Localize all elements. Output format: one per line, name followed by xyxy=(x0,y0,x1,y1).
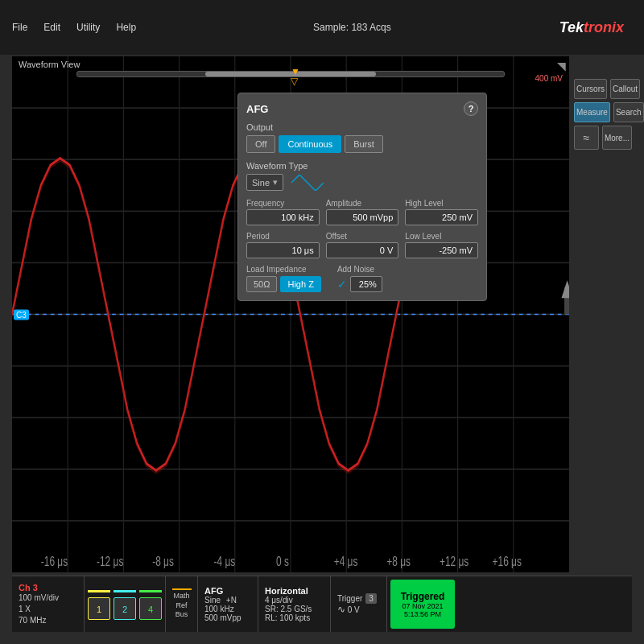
triggered-badge: Triggered 07 Nov 2021 5:13:56 PM xyxy=(390,580,455,629)
btn-burst[interactable]: Burst xyxy=(345,135,383,153)
horiz-rl: RL: 100 kpts xyxy=(265,613,324,622)
afg-freq-status: 100 kHz xyxy=(204,605,251,613)
c3-label: C3 xyxy=(14,309,29,320)
load-impedance-label: Load Impedance xyxy=(246,265,321,274)
offset-label: Offset xyxy=(326,232,399,241)
math-ref-line xyxy=(172,588,192,590)
waveform-type-value: Sine xyxy=(252,178,270,188)
ch3-label: Ch 3 xyxy=(19,583,77,592)
ch1-button[interactable]: 1 xyxy=(88,597,110,620)
svg-text:+8 μs: +8 μs xyxy=(386,554,411,568)
menu-file[interactable]: File xyxy=(12,22,27,33)
svg-text:+16 μs: +16 μs xyxy=(493,554,522,568)
trigger-status: Trigger 3 ∿ 0 V xyxy=(331,576,387,632)
add-noise-label: Add Noise xyxy=(337,265,382,274)
cursors-button[interactable]: Cursors xyxy=(574,79,607,99)
search-button[interactable]: Search xyxy=(613,102,644,122)
low-level-value[interactable]: -250 mV xyxy=(405,242,478,258)
afg-sine-status: Sine +N xyxy=(204,596,251,605)
waveform-type-row: Sine ▾ xyxy=(246,174,478,191)
waveform-view-title: Waveform View xyxy=(19,60,80,69)
svg-marker-29 xyxy=(561,280,569,298)
dropdown-arrow-icon: ▾ xyxy=(273,177,278,188)
offset-value[interactable]: 0 V xyxy=(326,242,399,258)
sidebar-row-2: Measure Search xyxy=(574,102,632,122)
waveform-type-select[interactable]: Sine ▾ xyxy=(246,174,283,191)
ch3-detail: 100 mV/div 1 X 70 MHz xyxy=(19,592,77,626)
high-level-value[interactable]: 250 mV xyxy=(405,209,478,225)
period-value[interactable]: 10 μs xyxy=(246,242,320,258)
scope-display: Waveform View ▼ ▽ 400 mV ◥ C3 xyxy=(12,56,569,572)
ch1-color-line xyxy=(88,590,110,592)
horizontal-status: Horizontal 4 μs/div SR: 2.5 GS/s RL: 100… xyxy=(258,576,331,632)
top-bar: File Edit Utility Help Sample: 183 Acqs … xyxy=(0,0,644,55)
afg-dialog: AFG ? Output Off Continuous Burst Wavefo… xyxy=(237,93,487,301)
ch4-color-line xyxy=(139,590,162,592)
sidebar-row-1: Cursors Callout xyxy=(574,79,632,99)
output-label: Output xyxy=(246,122,478,132)
load-impedance-section: Load Impedance 50Ω High Z xyxy=(246,265,321,292)
trigger-ch-badge: 3 xyxy=(365,593,377,604)
analyze-button[interactable]: ≈ xyxy=(574,126,599,150)
low-level-param: Low Level -250 mV xyxy=(405,232,478,258)
expand-arrow[interactable]: ◥ xyxy=(557,60,566,72)
amplitude-param: Amplitude 500 mVpp xyxy=(326,199,399,225)
ch3-x: 1 X xyxy=(19,605,31,613)
params-row-2: Period 10 μs Offset 0 V Low Level -250 m… xyxy=(246,232,478,258)
low-level-label: Low Level xyxy=(405,232,478,241)
afg-title: AFG xyxy=(246,103,268,115)
bottom-bar: Ch 3 100 mV/div 1 X 70 MHz 1 2 4 xyxy=(12,576,632,632)
btn-50ohm[interactable]: 50Ω xyxy=(246,276,277,292)
ch2-button[interactable]: 2 xyxy=(114,597,136,620)
svg-text:+4 μs: +4 μs xyxy=(334,554,358,568)
amplitude-value[interactable]: 500 mVpp xyxy=(326,209,399,225)
ch3-mhz: 70 MHz xyxy=(19,616,46,625)
horizontal-label: Horizontal xyxy=(265,586,324,596)
analyze-icon: ≈ xyxy=(584,131,590,144)
output-btn-group: Off Continuous Burst xyxy=(246,135,478,153)
horiz-sr: SR: 2.5 GS/s xyxy=(265,605,324,613)
more-button[interactable]: More... xyxy=(602,126,632,150)
triggered-date: 07 Nov 2021 xyxy=(402,602,443,610)
sidebar-row-3: ≈ More... xyxy=(574,126,632,150)
ch2-color-line xyxy=(114,590,136,592)
frequency-param: Frequency 100 kHz xyxy=(246,199,320,225)
noise-checkbox[interactable]: ✓ xyxy=(337,278,347,291)
trigger-marker-bottom: ▽ xyxy=(291,76,298,87)
afg-amp-status: 500 mVpp xyxy=(204,613,251,622)
frequency-label: Frequency xyxy=(246,199,320,208)
frequency-value[interactable]: 100 kHz xyxy=(246,209,320,225)
callout-button[interactable]: Callout xyxy=(610,79,640,99)
svg-text:-12 μs: -12 μs xyxy=(97,554,123,568)
svg-text:-8 μs: -8 μs xyxy=(152,554,174,568)
triggered-time: 5:13:56 PM xyxy=(404,610,441,618)
svg-text:-16 μs: -16 μs xyxy=(41,554,68,568)
afg-help-icon[interactable]: ? xyxy=(464,101,478,116)
high-level-param: High Level 250 mV xyxy=(405,199,478,225)
menu-help[interactable]: Help xyxy=(116,22,136,33)
noise-value[interactable]: 25% xyxy=(350,276,382,292)
svg-text:-4 μs: -4 μs xyxy=(214,554,236,568)
svg-text:0 s: 0 s xyxy=(276,554,289,568)
tektronix-logo: Tektronix xyxy=(559,19,632,36)
ch3-info: Ch 3 100 mV/div 1 X 70 MHz xyxy=(12,576,85,632)
horiz-time: 4 μs/div xyxy=(265,596,324,605)
btn-continuous[interactable]: Continuous xyxy=(279,135,341,153)
btn-off[interactable]: Off xyxy=(246,135,275,153)
btn-highz[interactable]: High Z xyxy=(280,276,320,292)
waveform-type-label: Waveform Type xyxy=(246,161,478,171)
ch4-button[interactable]: 4 xyxy=(139,597,162,620)
math-ref-bus-label: Math Ref Bus xyxy=(173,592,189,620)
menu-utility[interactable]: Utility xyxy=(76,22,100,33)
period-label: Period xyxy=(246,232,320,241)
measure-button[interactable]: Measure xyxy=(574,102,610,122)
trigger-v: ∿ 0 V xyxy=(337,604,380,615)
math-ref-bus[interactable]: Math Ref Bus xyxy=(166,576,198,632)
sine-preview-icon xyxy=(291,175,324,191)
afg-status-label: AFG xyxy=(204,586,251,596)
offset-param: Offset 0 V xyxy=(326,232,399,258)
sample-info: Sample: 183 Acqs xyxy=(313,22,391,33)
amplitude-label: Amplitude xyxy=(326,199,399,208)
svg-text:+12 μs: +12 μs xyxy=(440,554,469,568)
menu-edit[interactable]: Edit xyxy=(43,22,60,33)
